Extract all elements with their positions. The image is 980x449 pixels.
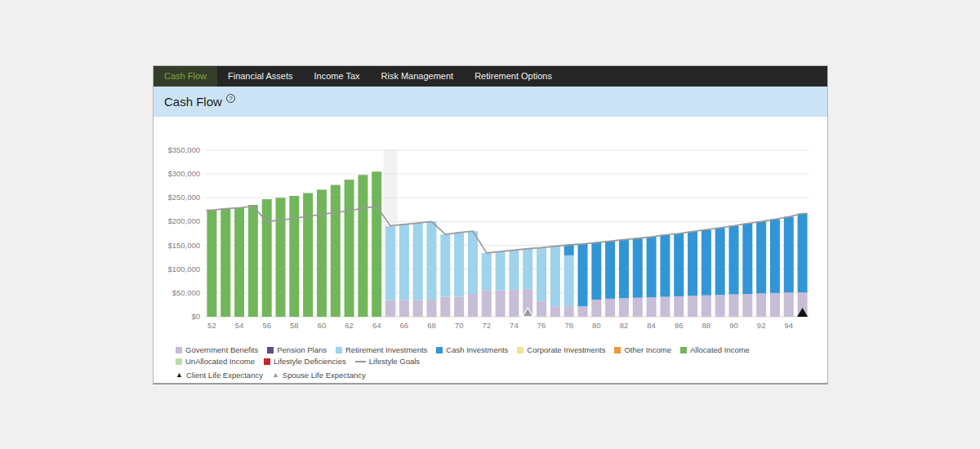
bar-cash-investments-age-84[interactable] [647,237,657,297]
x-axis-label: 56 [262,321,271,330]
bar-government-benefits-age-80[interactable] [591,300,601,317]
bar-retirement-investments-age-72[interactable] [482,253,492,290]
bar-retirement-investments-age-68[interactable] [427,221,437,300]
bar-retirement-investments-age-76[interactable] [537,247,546,300]
bar-retirement-investments-age-69[interactable] [440,234,450,296]
legend-item-unallocated-income: UnAllocated Income [176,357,255,366]
bar-cash-investments-age-86[interactable] [674,233,684,296]
bar-government-benefits-age-66[interactable] [399,300,409,317]
bar-cash-investments-age-85[interactable] [660,235,670,297]
bar-government-benefits-age-68[interactable] [427,300,437,317]
bar-government-benefits-age-78[interactable] [564,306,574,317]
legend-item-retirement-investments: Retirement Investments [336,345,427,354]
client-life-expectancy-swatch: ▲ [176,371,183,379]
bar-cash-investments-age-92[interactable] [756,221,766,293]
bar-allocated-income-age-53[interactable] [220,209,230,317]
bar-cash-investments-age-80[interactable] [591,242,601,300]
bar-cash-investments-age-88[interactable] [702,229,711,295]
bar-government-benefits-age-88[interactable] [702,296,711,317]
bar-cash-investments-age-91[interactable] [742,224,752,294]
bar-allocated-income-age-63[interactable] [358,175,368,317]
bar-government-benefits-age-67[interactable] [413,300,423,317]
bar-government-benefits-age-91[interactable] [742,294,752,317]
bar-government-benefits-age-72[interactable] [482,290,492,317]
bar-government-benefits-age-87[interactable] [688,296,697,317]
bar-allocated-income-age-58[interactable] [289,196,299,317]
unallocated-income-swatch [176,358,182,365]
bar-cash-investments-age-83[interactable] [633,238,643,298]
bar-cash-investments-age-89[interactable] [715,228,725,295]
bar-allocated-income-age-55[interactable] [248,205,258,317]
bar-allocated-income-age-52[interactable] [207,210,216,317]
bar-allocated-income-age-54[interactable] [234,207,244,317]
tab-cash-flow[interactable]: Cash Flow [154,66,217,87]
pension-plans-swatch [267,347,274,353]
bar-government-benefits-age-74[interactable] [509,290,519,317]
lifestyle-deficiencies-swatch [264,358,270,365]
bar-government-benefits-age-77[interactable] [550,306,560,317]
tab-retirement-options[interactable]: Retirement Options [464,66,563,87]
legend-item-spouse-life-expectancy: ▲Spouse Life Expectancy [272,371,366,380]
bar-cash-investments-age-87[interactable] [688,232,697,296]
bar-government-benefits-age-70[interactable] [454,297,464,317]
bar-allocated-income-age-61[interactable] [331,185,341,317]
bar-cash-investments-age-78[interactable] [564,245,574,256]
page-title: Cash Flow [164,95,222,109]
bar-retirement-investments-age-77[interactable] [550,247,560,306]
bar-government-benefits-age-94[interactable] [784,292,794,317]
bar-allocated-income-age-62[interactable] [345,180,354,317]
bar-retirement-investments-age-78[interactable] [564,256,574,306]
bar-government-benefits-age-90[interactable] [729,295,739,317]
bar-cash-investments-age-95[interactable] [798,213,808,292]
tab-risk-management[interactable]: Risk Management [371,66,465,87]
bar-government-benefits-age-86[interactable] [674,296,684,317]
bar-retirement-investments-age-70[interactable] [454,233,464,297]
bar-government-benefits-age-92[interactable] [756,293,766,317]
bar-government-benefits-age-76[interactable] [537,301,546,317]
bar-cash-investments-age-82[interactable] [619,240,629,299]
bar-government-benefits-age-89[interactable] [715,295,725,317]
bar-government-benefits-age-85[interactable] [660,297,670,317]
bar-cash-investments-age-79[interactable] [578,244,588,306]
bar-allocated-income-age-57[interactable] [276,198,286,317]
bar-government-benefits-age-84[interactable] [647,297,657,317]
bar-government-benefits-age-73[interactable] [496,290,506,317]
bar-government-benefits-age-69[interactable] [440,297,450,317]
bar-government-benefits-age-65[interactable] [385,300,395,317]
y-axis-label: $150,000 [167,241,200,250]
bar-government-benefits-age-83[interactable] [633,298,643,317]
legend-item-lifestyle-deficiencies: Lifestyle Deficiencies [264,357,346,366]
bar-retirement-investments-age-66[interactable] [399,224,409,300]
bar-retirement-investments-age-71[interactable] [468,231,478,294]
y-axis-label: $250,000 [167,193,200,202]
bar-allocated-income-age-59[interactable] [303,193,313,317]
tab-financial-assets[interactable]: Financial Assets [217,66,303,87]
bar-retirement-investments-age-67[interactable] [413,223,423,300]
x-axis-label: 62 [345,321,354,330]
bar-cash-investments-age-94[interactable] [784,217,794,293]
help-icon[interactable]: ? [226,94,235,103]
legend-label: Pension Plans [277,345,327,354]
legend-item-client-life-expectancy: ▲Client Life Expectancy [176,371,263,380]
bar-cash-investments-age-81[interactable] [605,241,615,299]
legend-item-lifestyle-goals: Lifestyle Goals [355,357,420,366]
bar-retirement-investments-age-65[interactable] [385,226,395,300]
y-axis-label: $0 [191,312,200,321]
bar-government-benefits-age-93[interactable] [770,293,780,317]
x-axis-label: 72 [482,321,491,330]
bar-government-benefits-age-81[interactable] [605,299,615,317]
bar-cash-investments-age-93[interactable] [770,219,780,292]
bar-government-benefits-age-79[interactable] [578,306,588,317]
bar-retirement-investments-age-74[interactable] [509,250,519,289]
bar-cash-investments-age-90[interactable] [729,226,739,295]
bar-allocated-income-age-64[interactable] [372,171,381,317]
bar-government-benefits-age-82[interactable] [619,298,629,317]
bar-retirement-investments-age-75[interactable] [523,249,532,290]
legend-item-allocated-income: Allocated Income [680,345,750,354]
x-axis-label: 58 [290,321,299,330]
tab-income-tax[interactable]: Income Tax [303,66,370,87]
legend-label: Retirement Investments [345,345,427,354]
bar-allocated-income-age-60[interactable] [317,189,327,317]
bar-retirement-investments-age-73[interactable] [496,251,506,290]
bar-government-benefits-age-71[interactable] [468,294,478,317]
